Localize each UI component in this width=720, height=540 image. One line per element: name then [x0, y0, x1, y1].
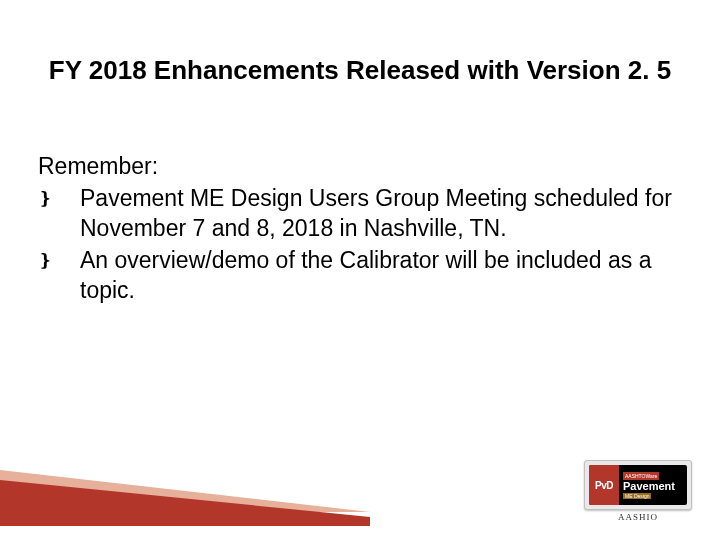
logo-caption: AASHIO — [584, 512, 692, 522]
logo-top-text: AASHTOWare — [623, 472, 659, 480]
logo-badge: PvD — [589, 465, 619, 505]
bullet-text: Pavement ME Design Users Group Meeting s… — [80, 184, 680, 244]
decorative-wedge-icon — [0, 462, 370, 526]
logo-main-text: Pavement — [623, 481, 683, 492]
logo-right: AASHTOWare Pavement ME Design — [619, 465, 687, 505]
lead-text: Remember: — [38, 152, 680, 182]
bullet-icon: ❵ — [38, 246, 80, 306]
logo: PvD AASHTOWare Pavement ME Design AASHIO — [584, 460, 692, 522]
logo-inner: PvD AASHTOWare Pavement ME Design — [589, 465, 687, 505]
list-item: ❵ Pavement ME Design Users Group Meeting… — [38, 184, 680, 244]
logo-sub-text: ME Design — [623, 493, 651, 499]
bullet-icon: ❵ — [38, 184, 80, 244]
content-block: Remember: ❵ Pavement ME Design Users Gro… — [38, 152, 680, 307]
list-item: ❵ An overview/demo of the Calibrator wil… — [38, 246, 680, 306]
logo-badge-text: PvD — [595, 480, 613, 491]
bullet-text: An overview/demo of the Calibrator will … — [80, 246, 680, 306]
svg-marker-1 — [0, 480, 370, 526]
logo-card: PvD AASHTOWare Pavement ME Design — [584, 460, 692, 510]
slide-title: FY 2018 Enhancements Released with Versi… — [40, 54, 680, 87]
